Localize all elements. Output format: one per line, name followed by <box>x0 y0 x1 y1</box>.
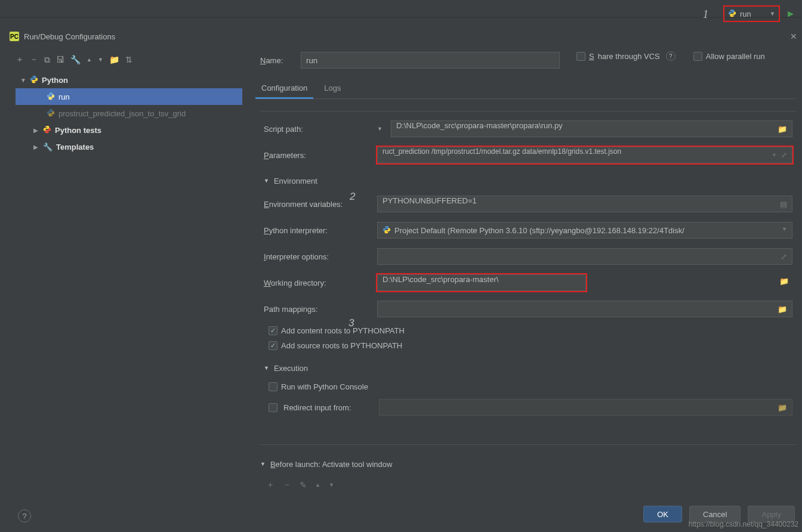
run-play-icon[interactable]: ▶ <box>788 9 794 18</box>
expand-icon[interactable]: ⤢ <box>781 151 787 159</box>
tab-logs[interactable]: Logs <box>323 80 342 98</box>
tree-run[interactable]: run <box>16 88 242 105</box>
before-launch-toolbar: ＋ － ✎ ▲ ▼ <box>266 478 796 491</box>
add-icon[interactable]: ＋ <box>266 480 274 490</box>
python-tests-icon <box>43 125 51 135</box>
mappings-input[interactable]: 📁 <box>377 301 792 317</box>
env-section-header[interactable]: ▼Environment <box>264 172 792 189</box>
copy-icon[interactable]: ⧉ <box>44 55 50 65</box>
add-icon[interactable]: ＋ <box>16 54 24 65</box>
mappings-label: Path mappings: <box>264 305 377 314</box>
down-icon[interactable]: ▼ <box>98 57 103 63</box>
dialog-title: Run/Debug Configurations <box>24 32 115 41</box>
svg-point-0 <box>730 10 731 10</box>
edit-icon[interactable]: ✎ <box>300 480 307 490</box>
name-input[interactable] <box>301 52 560 69</box>
up-icon[interactable]: ▲ <box>315 482 320 488</box>
config-sidebar: ＋ － ⧉ 🖫 🔧 ▲ ▼ 📁 ⇅ ▼ Python run <box>5 51 248 513</box>
help-button[interactable]: ? <box>18 509 31 522</box>
help-icon[interactable]: ? <box>666 51 675 61</box>
tree-python[interactable]: ▼ Python <box>16 72 242 88</box>
add-content-checkbox[interactable]: ✓Add content roots to PYTHONPATH <box>269 326 792 335</box>
share-vcs-checkbox[interactable]: Share through VCS? <box>576 51 675 61</box>
interp-opts-input[interactable]: ⤢ <box>377 248 792 265</box>
folder-icon[interactable]: 📁 <box>779 274 789 291</box>
interp-opts-label: Interpreter options: <box>264 252 377 261</box>
dropdown-arrow-icon: ▼ <box>770 11 775 17</box>
redirect-label: Redirect input from: <box>283 403 379 412</box>
add-source-checkbox[interactable]: ✓Add source roots to PYTHONPATH <box>269 341 792 350</box>
tab-configuration[interactable]: Configuration <box>260 80 309 98</box>
remove-icon[interactable]: － <box>30 54 38 65</box>
interpreter-select[interactable]: Project Default (Remote Python 3.6.10 (s… <box>377 222 792 239</box>
ide-topbar: 1 run ▼ ▶ <box>0 0 802 18</box>
config-content: Name: Share through VCS? Allow parallel … <box>248 51 802 513</box>
save-icon[interactable]: 🖫 <box>56 55 64 64</box>
python-remote-icon <box>383 225 391 236</box>
annotation-3: 3 <box>348 317 354 329</box>
list-icon[interactable]: ▤ <box>780 200 787 209</box>
wrench-icon[interactable]: 🔧 <box>70 55 81 64</box>
pycharm-icon: PC <box>10 32 19 41</box>
svg-point-1 <box>733 15 734 16</box>
config-scroll: Script path: ▼ D:\NLP\code_src\propara-m… <box>260 111 796 445</box>
up-icon[interactable]: ▲ <box>87 57 92 63</box>
script-path-input[interactable]: D:\NLP\code_src\propara-master\propara\r… <box>391 120 792 137</box>
watermark: https://blog.csdn.net/qq_34400232 <box>689 520 798 528</box>
script-path-label: Script path: <box>264 125 377 134</box>
parameters-label: Parameters: <box>264 151 377 160</box>
name-label: Name: <box>260 56 301 65</box>
before-launch-header[interactable]: ▼Before launch: Activate tool window <box>260 456 796 472</box>
dialog-titlebar: PC Run/Debug Configurations ✕ <box>5 26 802 47</box>
folder-icon[interactable]: 📁 <box>778 305 787 314</box>
python-icon <box>47 92 55 102</box>
env-vars-input[interactable]: PYTHONUNBUFFERED=1▤ <box>377 196 792 212</box>
workdir-input[interactable]: D:\NLP\code_src\propara-master\ <box>377 274 586 291</box>
dropdown-arrow-icon[interactable]: ▼ <box>782 226 787 232</box>
folder-icon[interactable]: 📁 <box>778 125 787 134</box>
folder-icon[interactable]: 📁 <box>778 403 787 412</box>
down-icon[interactable]: ▼ <box>329 482 334 488</box>
annotation-1: 1 <box>703 8 708 21</box>
env-vars-label: Environment variables: <box>264 200 377 209</box>
parallel-checkbox[interactable]: Allow parallel run <box>693 51 765 61</box>
redirect-checkbox[interactable] <box>269 403 277 412</box>
python-icon <box>728 9 736 19</box>
run-debug-dialog: PC Run/Debug Configurations ✕ ＋ － ⧉ 🖫 🔧 … <box>5 26 802 532</box>
config-tree: ▼ Python run prostruct_predicted_json_to… <box>16 72 242 155</box>
dropdown-arrow-icon[interactable]: ▼ <box>377 126 383 132</box>
run-config-selector[interactable]: run ▼ <box>723 5 780 22</box>
remove-icon[interactable]: － <box>283 480 291 490</box>
interpreter-label: Python interpreter: <box>264 226 377 235</box>
parameters-input[interactable]: ruct_prediction /tmp/prostruct1/model.ta… <box>377 147 792 163</box>
tree-python-tests[interactable]: ▶ Python tests <box>16 122 242 138</box>
tree-prostruct[interactable]: prostruct_predicted_json_to_tsv_grid <box>16 105 242 122</box>
ok-button[interactable]: OK <box>643 506 682 522</box>
exec-section-header[interactable]: ▼Execution <box>264 360 792 376</box>
run-console-checkbox[interactable]: Run with Python Console <box>269 382 792 391</box>
wrench-icon: 🔧 <box>43 143 53 151</box>
folder-move-icon[interactable]: 📁 <box>109 55 119 64</box>
sort-icon[interactable]: ⇅ <box>125 55 132 64</box>
tree-templates[interactable]: ▶ 🔧 Templates <box>16 138 242 155</box>
config-tabs: Configuration Logs <box>260 80 796 99</box>
python-icon <box>30 75 38 85</box>
sidebar-toolbar: ＋ － ⧉ 🖫 🔧 ▲ ▼ 📁 ⇅ <box>16 51 242 68</box>
close-icon[interactable]: ✕ <box>790 32 797 41</box>
python-icon <box>47 109 55 119</box>
workdir-label: Working directory: <box>264 279 377 287</box>
expand-icon[interactable]: ⤢ <box>781 252 787 261</box>
run-config-label: run <box>740 10 751 18</box>
redirect-input[interactable]: 📁 <box>379 399 792 416</box>
plus-icon[interactable]: + <box>772 151 776 159</box>
